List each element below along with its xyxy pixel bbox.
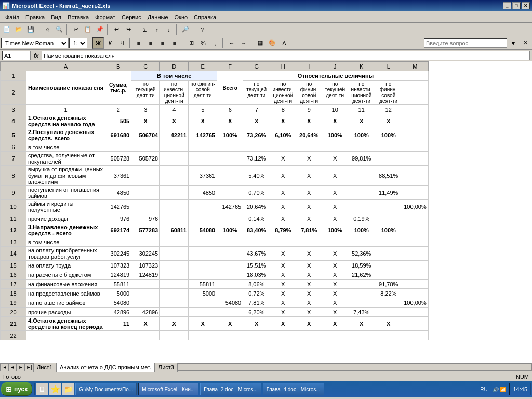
cell-i4[interactable]: Х [296,114,322,128]
border-button[interactable]: ▦ [255,37,266,49]
sheet-tab-3[interactable]: Лист3 [155,363,178,372]
cell-l5[interactable]: 100% [375,128,402,142]
sort-asc-button[interactable]: ↑ [151,24,163,35]
font-selector[interactable]: Times New Roman [1,38,69,48]
col-header-g[interactable]: G [243,62,270,71]
cell-a9[interactable]: поступления от погашения займов [26,186,105,200]
cell-m20[interactable] [402,308,428,317]
cell-c12[interactable]: 577283 [131,223,160,237]
cell-m8[interactable] [402,166,428,186]
col-header-l[interactable]: L [375,62,402,71]
cell-i7[interactable]: Х [296,152,322,166]
cell-m7[interactable] [402,152,428,166]
cell-h12[interactable]: 8,79% [270,223,296,237]
cell-a16[interactable]: на расчеты с бюджетом [26,270,105,280]
cell-j2[interactable]: по текущей деят-ти [322,81,348,105]
cell-c16[interactable]: 124819 [131,270,160,280]
cell-c17[interactable] [131,280,160,289]
cell-j12[interactable]: 100% [322,223,348,237]
cell-c22[interactable] [131,331,160,340]
start-button[interactable]: ⊞ пуск [1,382,32,396]
cell-h2[interactable]: по инвести-ционной деят-ти [270,81,296,105]
col-header-c[interactable]: C [131,62,160,71]
cell-f22[interactable] [217,331,243,340]
taskbar-item-0[interactable]: G:\My Documents\По... [75,383,137,395]
cell-h9[interactable]: Х [270,186,296,200]
cell-k19[interactable] [348,298,375,308]
cell-b9[interactable]: 4850 [105,186,131,200]
underline-button[interactable]: Ч [116,37,128,49]
menu-window[interactable]: Окно [171,13,191,21]
cell-b19[interactable]: 54080 [105,298,131,308]
cell-d21[interactable]: Х [160,317,189,331]
cell-i15[interactable]: Х [296,261,322,270]
cell-c8[interactable] [131,166,160,186]
cell-b14[interactable]: 302245 [105,247,131,261]
cell-a15[interactable]: на оплату труда [26,261,105,270]
cell-f13[interactable] [217,237,243,247]
cell-j6[interactable] [322,142,348,152]
cell-l9[interactable]: 11,49% [375,186,402,200]
comma-button[interactable]: , [209,37,221,49]
cell-g19[interactable]: 7,81% [243,298,270,308]
sum-button[interactable]: Σ [139,24,151,35]
cell-l16[interactable] [375,270,402,280]
sheet-tab-2[interactable]: Анализ отчета о ДДС прямым мет. [56,363,155,372]
maximize-button[interactable]: □ [512,2,521,9]
col-header-i[interactable]: I [296,62,322,71]
cell-c4[interactable]: Х [131,114,160,128]
cell-l22[interactable] [375,331,402,340]
cell-h7[interactable]: Х [270,152,296,166]
menu-file[interactable]: Файл [2,13,22,21]
tab-nav-prev[interactable]: ◄ [8,363,17,371]
cell-j14[interactable]: Х [322,247,348,261]
cell-b16[interactable]: 124819 [105,270,131,280]
cell-m9[interactable] [402,186,428,200]
cell-d19[interactable] [160,298,189,308]
cell-c7[interactable]: 505728 [131,152,160,166]
cell-a7[interactable]: средства, полученные от покупателей [26,152,105,166]
cell-j15[interactable]: Х [322,261,348,270]
cell-c18[interactable] [131,289,160,298]
cell-f6[interactable] [217,142,243,152]
new-button[interactable]: 📄 [1,24,12,35]
cell-d17[interactable] [160,280,189,289]
taskbar-icon-1[interactable]: 🖥 [36,383,48,395]
cell-k10[interactable] [348,200,375,214]
cell-b7[interactable]: 505728 [105,152,131,166]
cell-i10[interactable]: Х [296,200,322,214]
cell-c21[interactable]: Х [131,317,160,331]
cell-e18[interactable]: 5000 [189,289,217,298]
cell-l3[interactable]: 12 [375,105,402,114]
cell-i9[interactable]: Х [296,186,322,200]
cell-j3[interactable]: 10 [322,105,348,114]
cut-button[interactable]: ✂ [70,24,82,35]
cell-e16[interactable] [189,270,217,280]
cell-f9[interactable] [217,186,243,200]
cell-g11[interactable]: 0,14% [243,214,270,223]
col-header-b[interactable]: B [105,62,131,71]
cell-a14[interactable]: на оплату приобретенных товаров,работ,ус… [26,247,105,261]
cell-m17[interactable] [402,280,428,289]
cell-f18[interactable] [217,289,243,298]
cell-m11[interactable] [402,214,428,223]
cell-j22[interactable] [322,331,348,340]
cell-h18[interactable]: Х [270,289,296,298]
cell-e13[interactable] [189,237,217,247]
cell-g9[interactable]: 0,70% [243,186,270,200]
cell-k8[interactable] [348,166,375,186]
cell-k11[interactable]: 0,19% [348,214,375,223]
cell-j8[interactable]: Х [322,166,348,186]
cell-m4[interactable] [402,114,428,128]
cell-f7[interactable] [217,152,243,166]
indent-inc-button[interactable]: → [238,37,249,49]
cell-m2[interactable] [402,81,428,105]
close-button[interactable]: ✕ [522,2,530,9]
cell-f19[interactable]: 54080 [217,298,243,308]
cell-i22[interactable] [296,331,322,340]
save-button[interactable]: 💾 [25,24,36,35]
zoom-button[interactable]: 🔎 [180,24,191,35]
cell-a18[interactable]: на предоставление займов [26,289,105,298]
cell-f21[interactable]: Х [217,317,243,331]
cell-a22[interactable] [26,331,105,340]
